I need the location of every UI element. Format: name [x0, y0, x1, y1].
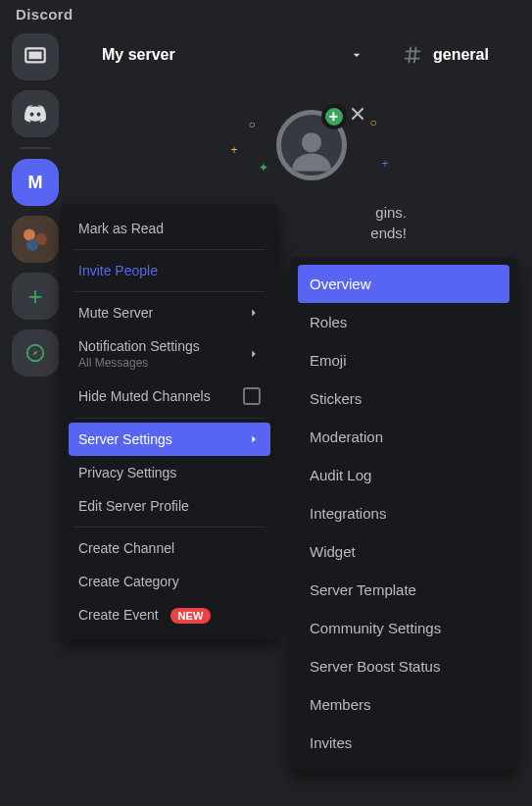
submenu-overview[interactable]: Overview — [298, 265, 509, 303]
submenu-integrations[interactable]: Integrations — [298, 494, 509, 532]
user-icon — [285, 123, 338, 176]
direct-messages-button[interactable] — [12, 33, 59, 80]
brand-label: Discord — [16, 6, 73, 23]
submenu-stickers[interactable]: Stickers — [298, 379, 509, 418]
menu-label: Notification Settings — [78, 338, 200, 354]
monitor-icon — [23, 44, 48, 70]
sparkle-icon: ○ — [249, 118, 256, 131]
menu-mark-as-read[interactable]: Mark as Read — [69, 212, 270, 245]
menu-server-settings[interactable]: Server Settings — [69, 423, 270, 456]
menu-separator — [74, 291, 265, 292]
chevron-right-icon — [247, 432, 261, 446]
menu-separator — [74, 249, 265, 250]
menu-create-event[interactable]: Create Event NEW — [69, 598, 270, 631]
menu-separator — [74, 527, 265, 528]
svg-point-2 — [24, 229, 35, 241]
server-my-server[interactable]: M — [12, 159, 59, 206]
rail-divider — [20, 147, 51, 149]
checkbox-icon[interactable] — [243, 387, 261, 405]
submenu-community-settings[interactable]: Community Settings — [298, 609, 509, 647]
submenu-audit-log[interactable]: Audit Log — [298, 456, 509, 494]
menu-mute-server[interactable]: Mute Server — [69, 296, 270, 329]
menu-create-category[interactable]: Create Category — [69, 565, 270, 598]
server-other[interactable] — [12, 216, 59, 263]
submenu-server-boost-status[interactable]: Server Boost Status — [298, 647, 509, 685]
add-server-button[interactable]: + — [12, 273, 59, 320]
submenu-moderation[interactable]: Moderation — [298, 418, 509, 456]
menu-label: Create Category — [78, 574, 179, 589]
menu-label: Create Channel — [78, 540, 174, 556]
server-context-menu: Mark as Read Invite People Mute Server N… — [61, 204, 278, 639]
submenu-invites[interactable]: Invites — [298, 724, 509, 762]
explore-servers-button[interactable] — [12, 329, 59, 377]
chevron-right-icon — [247, 306, 261, 320]
menu-label: Create Event — [78, 607, 159, 623]
discord-home-button[interactable] — [12, 90, 59, 137]
channel-name-label: general — [433, 46, 489, 64]
svg-rect-1 — [29, 52, 42, 60]
menu-notification-settings[interactable]: Notification Settings All Messages — [69, 329, 270, 378]
compass-icon — [24, 342, 46, 364]
sparkle-icon: ○ — [370, 116, 377, 129]
svg-point-4 — [26, 239, 38, 251]
menu-label: Edit Server Profile — [78, 498, 189, 514]
submenu-roles[interactable]: Roles — [298, 303, 509, 341]
channel-header: general — [380, 44, 489, 66]
menu-privacy-settings[interactable]: Privacy Settings — [69, 456, 270, 489]
sparkle-icon: + — [231, 143, 238, 157]
menu-label: Invite People — [78, 263, 158, 278]
menu-label: Mute Server — [78, 305, 153, 321]
menu-label: Hide Muted Channels — [78, 388, 211, 404]
menu-label: Server Settings — [78, 431, 172, 447]
submenu-server-template[interactable]: Server Template — [298, 571, 509, 609]
server-name-dropdown[interactable]: My server — [86, 31, 380, 78]
header-bar: My server general — [86, 31, 532, 78]
welcome-art: + + ✦ ○ ○ + — [174, 98, 449, 196]
menu-edit-server-profile[interactable]: Edit Server Profile — [69, 489, 270, 523]
chevron-down-icon — [349, 47, 364, 63]
server-avatar-icon — [18, 222, 53, 257]
server-settings-submenu: Overview Roles Emoji Stickers Moderation… — [290, 257, 517, 770]
server-name-label: My server — [102, 46, 175, 64]
submenu-emoji[interactable]: Emoji — [298, 341, 509, 379]
sparkle-icon: + — [382, 157, 389, 171]
menu-invite-people[interactable]: Invite People — [69, 254, 270, 287]
hash-icon — [402, 44, 423, 66]
menu-separator — [74, 418, 265, 419]
discord-icon — [23, 101, 48, 126]
submenu-widget[interactable]: Widget — [298, 532, 509, 571]
plus-badge-icon: + — [321, 104, 347, 129]
new-badge: NEW — [170, 608, 212, 624]
svg-point-6 — [301, 132, 320, 152]
submenu-members[interactable]: Members — [298, 685, 509, 724]
chevron-right-icon — [247, 347, 261, 361]
menu-create-channel[interactable]: Create Channel — [69, 531, 270, 565]
menu-sublabel: All Messages — [78, 356, 148, 370]
menu-label: Privacy Settings — [78, 465, 176, 480]
menu-label: Mark as Read — [78, 221, 164, 236]
menu-hide-muted-channels[interactable]: Hide Muted Channels — [69, 378, 270, 414]
sparkle-icon: ✦ — [259, 161, 268, 175]
